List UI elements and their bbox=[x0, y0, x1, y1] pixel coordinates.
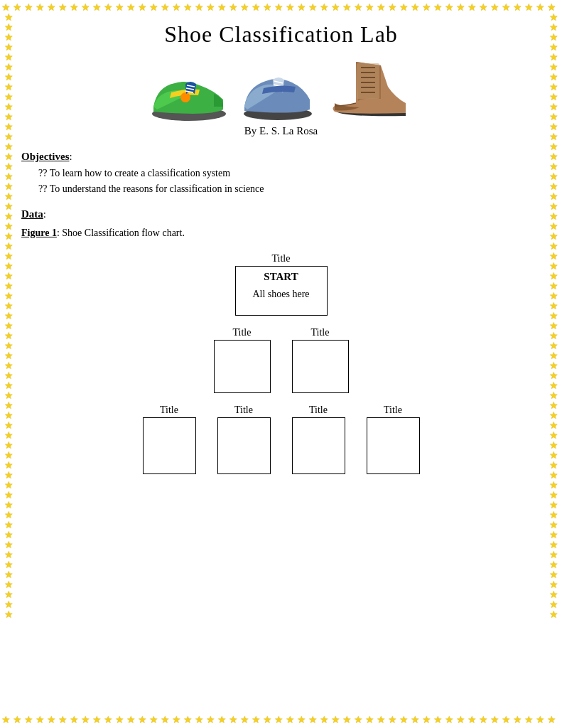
star-icon: ★ bbox=[102, 715, 114, 725]
star-icon: ★ bbox=[548, 272, 559, 282]
star-icon: ★ bbox=[548, 242, 559, 252]
row3-title-2: Title bbox=[234, 405, 253, 416]
star-icon: ★ bbox=[548, 451, 559, 461]
star-icon: ★ bbox=[307, 715, 318, 725]
star-icon: ★ bbox=[261, 3, 273, 13]
star-icon: ★ bbox=[500, 715, 512, 725]
star-icon: ★ bbox=[534, 3, 546, 13]
star-icon: ★ bbox=[3, 530, 14, 540]
star-icon: ★ bbox=[3, 600, 14, 610]
star-icon: ★ bbox=[548, 411, 559, 421]
star-icon: ★ bbox=[548, 321, 559, 331]
star-icon: ★ bbox=[548, 341, 559, 351]
star-icon: ★ bbox=[3, 102, 14, 112]
star-icon: ★ bbox=[3, 500, 14, 510]
star-icon: ★ bbox=[193, 715, 205, 725]
star-icon: ★ bbox=[548, 222, 559, 232]
star-icon: ★ bbox=[341, 3, 352, 13]
star-icon: ★ bbox=[57, 715, 68, 725]
star-icon: ★ bbox=[432, 715, 443, 725]
star-icon: ★ bbox=[548, 262, 559, 272]
star-icon: ★ bbox=[114, 3, 125, 13]
star-icon: ★ bbox=[548, 192, 559, 202]
star-icon: ★ bbox=[548, 401, 559, 411]
star-icon: ★ bbox=[307, 3, 318, 13]
row3-node-3: Title bbox=[292, 405, 345, 474]
star-icon: ★ bbox=[523, 3, 534, 13]
star-icon: ★ bbox=[296, 3, 307, 13]
star-icon: ★ bbox=[3, 391, 14, 401]
star-icon: ★ bbox=[512, 715, 523, 725]
star-icon: ★ bbox=[3, 421, 14, 431]
star-icon: ★ bbox=[352, 715, 364, 725]
star-icon: ★ bbox=[548, 112, 559, 122]
star-icon: ★ bbox=[11, 3, 23, 13]
star-icon: ★ bbox=[548, 481, 559, 491]
star-icon: ★ bbox=[3, 431, 14, 441]
star-icon: ★ bbox=[45, 3, 57, 13]
blue-sneaker bbox=[239, 58, 317, 122]
star-icon: ★ bbox=[398, 3, 409, 13]
star-icon: ★ bbox=[3, 401, 14, 411]
row3-node-2: Title bbox=[217, 405, 271, 474]
star-icon: ★ bbox=[443, 715, 455, 725]
star-col-right: ★★★★★★★★★★★★★★★★★★★★★★★★★★★★★★★★★★★★★★★★… bbox=[548, 13, 559, 715]
objective-1: ?? To learn how to create a classificati… bbox=[38, 166, 541, 181]
objectives-list: ?? To learn how to create a classificati… bbox=[38, 166, 541, 198]
start-node-box: START All shoes here bbox=[235, 266, 328, 316]
star-icon: ★ bbox=[3, 311, 14, 321]
row3-title-3: Title bbox=[309, 405, 328, 416]
star-icon: ★ bbox=[148, 3, 159, 13]
star-icon: ★ bbox=[548, 172, 559, 182]
star-icon: ★ bbox=[548, 351, 559, 361]
inner-content: Shoe Classification Lab bbox=[21, 21, 541, 707]
star-icon: ★ bbox=[548, 132, 559, 142]
star-row-bottom: ★★★★★★★★★★★★★★★★★★★★★★★★★★★★★★★★★★★★★★★★… bbox=[0, 715, 562, 725]
star-icon: ★ bbox=[0, 3, 11, 13]
star-icon: ★ bbox=[159, 3, 171, 13]
star-icon: ★ bbox=[3, 461, 14, 471]
star-icon: ★ bbox=[3, 291, 14, 301]
star-icon: ★ bbox=[34, 715, 45, 725]
star-icon: ★ bbox=[548, 381, 559, 391]
star-icon: ★ bbox=[3, 132, 14, 142]
star-icon: ★ bbox=[548, 122, 559, 132]
star-icon: ★ bbox=[3, 371, 14, 381]
objectives-section: Objectives: ?? To learn how to create a … bbox=[21, 150, 541, 198]
star-icon: ★ bbox=[227, 3, 239, 13]
star-icon: ★ bbox=[125, 3, 136, 13]
star-icon: ★ bbox=[548, 43, 559, 53]
svg-rect-9 bbox=[357, 63, 379, 99]
star-icon: ★ bbox=[3, 321, 14, 331]
flowchart-row-1: Title START All shoes here bbox=[235, 253, 328, 316]
star-icon: ★ bbox=[409, 3, 421, 13]
star-icon: ★ bbox=[3, 481, 14, 491]
star-icon: ★ bbox=[548, 331, 559, 341]
row2-title-2: Title bbox=[311, 327, 330, 338]
star-icon: ★ bbox=[273, 715, 284, 725]
start-node-sub-text: All shoes here bbox=[252, 289, 309, 300]
star-icon: ★ bbox=[548, 491, 559, 500]
star-icon: ★ bbox=[3, 242, 14, 252]
star-icon: ★ bbox=[148, 715, 159, 725]
star-icon: ★ bbox=[3, 142, 14, 152]
star-icon: ★ bbox=[159, 715, 171, 725]
star-icon: ★ bbox=[3, 540, 14, 550]
star-icon: ★ bbox=[205, 715, 216, 725]
star-icon: ★ bbox=[261, 715, 273, 725]
star-icon: ★ bbox=[284, 715, 296, 725]
star-icon: ★ bbox=[548, 421, 559, 431]
objective-2: ?? To understand the reasons for classif… bbox=[38, 181, 541, 197]
row3-box-1 bbox=[143, 417, 196, 474]
star-icon: ★ bbox=[548, 212, 559, 222]
star-icon: ★ bbox=[534, 715, 546, 725]
star-icon: ★ bbox=[80, 3, 91, 13]
star-icon: ★ bbox=[548, 540, 559, 550]
star-icon: ★ bbox=[205, 3, 216, 13]
star-icon: ★ bbox=[489, 3, 500, 13]
star-icon: ★ bbox=[23, 3, 34, 13]
star-icon: ★ bbox=[3, 252, 14, 262]
brown-boot bbox=[324, 55, 416, 122]
star-icon: ★ bbox=[296, 715, 307, 725]
star-icon: ★ bbox=[500, 3, 512, 13]
